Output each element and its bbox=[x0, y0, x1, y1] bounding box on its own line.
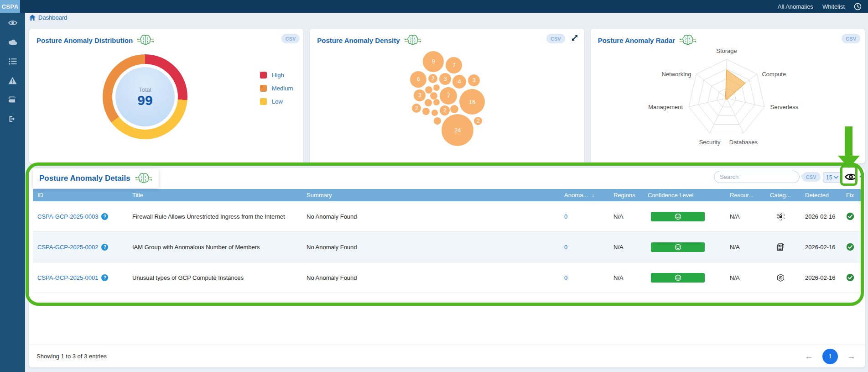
cell-confidence bbox=[644, 262, 726, 293]
column-header-confidence-level[interactable]: Confidence Level bbox=[644, 189, 726, 201]
whitelist-link[interactable]: Whitelist bbox=[822, 3, 845, 10]
checklist-icon bbox=[9, 58, 17, 65]
anomaly-id-link[interactable]: CSPA-GCP-2025-0001 bbox=[37, 274, 98, 281]
help-badge[interactable]: ? bbox=[101, 274, 108, 281]
density-bubble[interactable] bbox=[434, 117, 441, 125]
radar-spoke bbox=[727, 98, 764, 107]
check-circle-icon bbox=[846, 243, 854, 251]
anomaly-count-link[interactable]: 0 bbox=[564, 244, 567, 251]
iam-directory-icon bbox=[776, 243, 785, 251]
breadcrumb[interactable]: Dashboard bbox=[29, 14, 68, 21]
search-input[interactable] bbox=[719, 173, 801, 181]
column-header-categ[interactable]: Categ... bbox=[766, 189, 801, 201]
column-header-detected[interactable]: Detected bbox=[801, 189, 842, 201]
column-header-title[interactable]: Title bbox=[129, 189, 303, 201]
pagination: ← 1 → bbox=[803, 349, 858, 364]
ai-brain-icon bbox=[135, 173, 152, 185]
cell-anomalies: 0 bbox=[561, 262, 610, 293]
density-bubble[interactable]: 2 bbox=[428, 74, 437, 83]
density-bubble[interactable]: 2 bbox=[412, 104, 421, 113]
density-bubble[interactable]: 7 bbox=[440, 87, 457, 105]
density-bubble[interactable]: 9 bbox=[423, 51, 444, 72]
density-bubble[interactable]: 3 bbox=[414, 89, 426, 101]
radar-data-polygon[interactable] bbox=[725, 70, 745, 100]
anomaly-density-bubble-chart[interactable]: 9762343371622242 bbox=[310, 29, 584, 163]
column-header-summary[interactable]: Summary bbox=[303, 189, 561, 201]
cell-title: IAM Group with Anomalous Number of Membe… bbox=[129, 232, 303, 262]
cell-regions: N/A bbox=[610, 262, 644, 293]
density-bubble[interactable] bbox=[430, 92, 437, 100]
legend-item-medium[interactable]: Medium bbox=[260, 85, 293, 92]
severity-donut-chart[interactable]: Total 99 bbox=[103, 54, 187, 139]
legend-label: Medium bbox=[272, 85, 293, 92]
density-bubble[interactable]: 16 bbox=[459, 89, 485, 115]
cell-summary: No Anomaly Found bbox=[303, 201, 561, 231]
cell-resources: N/A bbox=[726, 232, 766, 262]
clock-icon[interactable] bbox=[854, 3, 862, 10]
sidebar-item-book-icon[interactable] bbox=[7, 94, 19, 105]
density-bubble[interactable] bbox=[422, 108, 430, 115]
page-number-button[interactable]: 1 bbox=[822, 349, 838, 364]
details-title: Posture Anomaly Details bbox=[39, 174, 130, 183]
csv-export-button[interactable]: CSV bbox=[281, 34, 300, 43]
confidence-pill bbox=[651, 273, 705, 283]
sidebar-item-cloud-icon[interactable] bbox=[7, 37, 19, 47]
confidence-pill bbox=[651, 212, 705, 221]
density-bubble[interactable] bbox=[433, 84, 440, 91]
column-header-resour[interactable]: Resour... bbox=[726, 189, 766, 201]
column-header-regions[interactable]: Regions bbox=[610, 189, 644, 201]
sidebar-item-alert-icon[interactable] bbox=[7, 75, 19, 85]
cell-summary: No Anomaly Found bbox=[303, 232, 561, 262]
density-bubble[interactable]: 2 bbox=[440, 105, 450, 115]
posture-anomaly-radar-card: Posture Anomaly Radar CSV StorageCompute… bbox=[591, 29, 865, 163]
radar-axis-label: Management bbox=[648, 104, 683, 110]
legend-item-high[interactable]: High bbox=[260, 72, 293, 79]
expand-ne-icon[interactable] bbox=[858, 172, 865, 180]
density-bubble[interactable] bbox=[433, 99, 440, 105]
radar-axis-label: Serverless bbox=[770, 104, 799, 110]
breadcrumb-label: Dashboard bbox=[38, 14, 68, 21]
column-header-id[interactable]: ID bbox=[33, 189, 129, 201]
density-bubble[interactable]: 6 bbox=[410, 71, 426, 88]
anomaly-count-link[interactable]: 0 bbox=[564, 274, 567, 281]
previous-page-arrow[interactable]: ← bbox=[803, 351, 815, 362]
card-title: Posture Anomaly Distribution bbox=[36, 37, 133, 44]
help-badge[interactable]: ? bbox=[101, 244, 108, 251]
cell-resources: N/A bbox=[726, 201, 766, 231]
page-size-select[interactable]: 15 bbox=[823, 172, 842, 183]
column-header-anoma[interactable]: Anoma...↓ bbox=[561, 189, 610, 201]
density-bubble[interactable] bbox=[425, 99, 432, 106]
density-bubble[interactable] bbox=[431, 110, 438, 116]
legend-item-low[interactable]: Low bbox=[260, 98, 293, 105]
cell-category bbox=[766, 262, 801, 293]
density-bubble[interactable]: 3 bbox=[439, 73, 451, 85]
show-hide-columns-eye-button[interactable] bbox=[844, 170, 858, 183]
cell-detected: 2026-02-16 bbox=[801, 262, 842, 293]
sort-desc-icon: ↓ bbox=[592, 192, 594, 199]
donut-center: Total 99 bbox=[115, 67, 175, 126]
posture-anomaly-density-card: Posture Anomaly Density CSV 976234337162… bbox=[310, 29, 584, 163]
density-bubble[interactable]: 4 bbox=[452, 75, 466, 89]
next-page-arrow[interactable]: → bbox=[845, 351, 858, 362]
density-bubble[interactable]: 3 bbox=[468, 74, 480, 86]
sidebar-item-eye-icon[interactable] bbox=[7, 18, 19, 28]
csv-export-button[interactable]: CSV bbox=[802, 172, 821, 182]
sidebar-item-signout-icon[interactable] bbox=[7, 114, 19, 124]
density-bubble[interactable] bbox=[450, 105, 458, 113]
app-logo[interactable]: CSPA bbox=[0, 0, 20, 13]
topbar-links: All Anomalies Whitelist bbox=[778, 3, 868, 10]
radar-axis-label: Databases bbox=[729, 139, 758, 146]
anomaly-id-link[interactable]: CSPA-GCP-2025-0002 bbox=[37, 244, 98, 251]
help-badge[interactable]: ? bbox=[101, 213, 108, 220]
density-bubble[interactable]: 7 bbox=[446, 57, 462, 73]
top-bar: CSPA All Anomalies Whitelist bbox=[0, 0, 868, 13]
density-bubble[interactable]: 24 bbox=[442, 114, 473, 146]
all-anomalies-link[interactable]: All Anomalies bbox=[778, 3, 813, 10]
cell-id: CSPA-GCP-2025-0003 ? bbox=[33, 201, 129, 231]
density-bubble[interactable]: 2 bbox=[474, 117, 482, 125]
column-header-fix[interactable]: Fix bbox=[842, 189, 861, 201]
anomaly-id-link[interactable]: CSPA-GCP-2025-0003 bbox=[37, 213, 98, 220]
sidebar-item-checklist-icon[interactable] bbox=[7, 56, 19, 66]
left-sidebar bbox=[0, 13, 25, 372]
anomaly-count-link[interactable]: 0 bbox=[564, 213, 567, 220]
